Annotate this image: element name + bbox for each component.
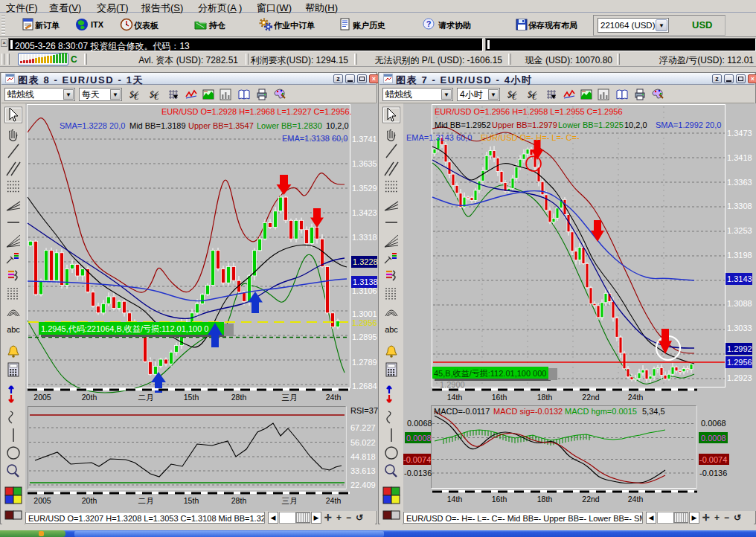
svg-text:22nd: 22nd — [582, 495, 600, 504]
svg-text:15th: 15th — [184, 393, 199, 402]
svg-text:1.3741: 1.3741 — [352, 135, 377, 144]
svg-text:1.2684: 1.2684 — [352, 382, 377, 390]
svg-text:1.3423: 1.3423 — [352, 208, 377, 217]
svg-text:abc: abc — [7, 325, 20, 334]
svg-text:24th: 24th — [326, 496, 342, 505]
svg-text:1.3635: 1.3635 — [352, 159, 377, 168]
svg-text:56.022: 56.022 — [350, 438, 376, 447]
svg-text:-0.0074: -0.0074 — [403, 455, 431, 464]
svg-text:1.3253: 1.3253 — [727, 226, 752, 235]
svg-text:2005: 2005 — [33, 496, 51, 505]
svg-text:18th: 18th — [537, 495, 553, 504]
svg-text:45,B,收益/亏损:112.01,100 000: 45,B,收益/亏损:112.01,100 000 — [434, 369, 546, 378]
svg-text:0.0068: 0.0068 — [407, 419, 432, 428]
svg-text:EMA=1.3138 60,0: EMA=1.3138 60,0 — [282, 134, 347, 143]
svg-text:33.613: 33.613 — [350, 466, 376, 475]
svg-text:二月: 二月 — [138, 496, 154, 505]
svg-text:44.818: 44.818 — [350, 452, 376, 461]
svg-text:14th: 14th — [447, 495, 463, 504]
svg-text:24th: 24th — [326, 393, 342, 402]
svg-text:1.3001: 1.3001 — [352, 309, 377, 318]
svg-text:0.0068: 0.0068 — [701, 419, 726, 428]
svg-text:Mid BB=1.3189: Mid BB=1.3189 — [129, 121, 186, 130]
svg-text:Lower BB=1.2830: Lower BB=1.2830 — [257, 121, 322, 130]
svg-text:18th: 18th — [537, 393, 553, 402]
svg-text:EUR/USD O=- H=- L=- C=-: EUR/USD O=- H=- L=- C=- — [481, 133, 580, 142]
svg-text:1.3143: 1.3143 — [727, 274, 752, 283]
svg-text:16th: 16th — [492, 393, 507, 402]
svg-text:1.3363: 1.3363 — [727, 178, 752, 187]
svg-text:1.2956: 1.2956 — [727, 358, 752, 367]
svg-text:EUR/USD O=1.2928 H=1.2968 L=1.: EUR/USD O=1.2928 H=1.2968 L=1.2927 C=1.2… — [161, 107, 352, 116]
svg-text:Lower BB=1.2925: Lower BB=1.2925 — [558, 120, 624, 129]
svg-text:1.3418: 1.3418 — [727, 153, 752, 162]
svg-text:1.2895: 1.2895 — [352, 332, 377, 341]
svg-text:1.3088: 1.3088 — [727, 299, 752, 308]
svg-text:1.3473: 1.3473 — [727, 129, 752, 138]
svg-text:1.3228: 1.3228 — [353, 257, 378, 266]
svg-text:0.0008: 0.0008 — [701, 434, 726, 443]
svg-text:1.3308: 1.3308 — [727, 202, 752, 210]
svg-text:20th: 20th — [82, 496, 97, 505]
svg-text:MACD hgm=0.0015: MACD hgm=0.0015 — [565, 407, 637, 416]
svg-text:28th: 28th — [231, 496, 247, 505]
svg-text:SMA=1.3228 20,0: SMA=1.3228 20,0 — [60, 121, 125, 130]
svg-text:三月: 三月 — [282, 496, 298, 505]
svg-text:abc: abc — [385, 325, 398, 334]
svg-text:0.0008: 0.0008 — [406, 434, 432, 443]
svg-text:Upper BB=1.3547: Upper BB=1.3547 — [188, 121, 254, 130]
svg-text:1.2956: 1.2956 — [352, 318, 377, 327]
svg-text:-0.0136: -0.0136 — [699, 469, 727, 477]
svg-text:10,2,0: 10,2,0 — [624, 120, 647, 129]
svg-text:1.3138: 1.3138 — [353, 277, 378, 286]
svg-text:1.2992: 1.2992 — [727, 344, 752, 353]
svg-text:?: ? — [426, 19, 432, 28]
svg-text:14th: 14th — [447, 393, 463, 402]
svg-text:1.2900: 1.2900 — [440, 380, 465, 389]
svg-text:SMA=1.2992 20,0: SMA=1.2992 20,0 — [656, 120, 721, 129]
svg-text:10,2,0: 10,2,0 — [326, 121, 349, 130]
svg-text:5,34,5: 5,34,5 — [642, 407, 665, 416]
svg-text:24th: 24th — [628, 495, 644, 504]
svg-text:-0.0074: -0.0074 — [699, 455, 727, 464]
svg-text:1.2789: 1.2789 — [352, 358, 377, 367]
svg-text:22.409: 22.409 — [350, 480, 376, 489]
svg-text:Upper BB=1.2979: Upper BB=1.2979 — [492, 120, 557, 129]
svg-text:MACD=-0.0117: MACD=-0.0117 — [434, 407, 490, 416]
svg-text:MACD sig=-0.0132: MACD sig=-0.0132 — [493, 407, 563, 416]
svg-text:15th: 15th — [184, 496, 199, 505]
svg-text:RSI=37: RSI=37 — [350, 406, 378, 415]
svg-text:三月: 三月 — [282, 393, 298, 402]
svg-text:67.227: 67.227 — [350, 423, 376, 432]
svg-text:1.2923: 1.2923 — [727, 373, 752, 382]
svg-text:1.3529: 1.3529 — [352, 184, 377, 193]
svg-text:EUR/USD O=1.2956 H=1.2958 L=1.: EUR/USD O=1.2956 H=1.2958 L=1.2955 C=1.2… — [435, 107, 623, 116]
svg-text:-0.0136: -0.0136 — [404, 469, 432, 477]
svg-text:1.3318: 1.3318 — [352, 233, 377, 242]
svg-text:1.2945,代码:221064,B,收益/亏损:112.0: 1.2945,代码:221064,B,收益/亏损:112.01,100 0 — [41, 324, 208, 333]
svg-text:16th: 16th — [492, 495, 507, 504]
svg-text:24th: 24th — [628, 393, 644, 402]
svg-text:EMA=1.3143 60,0: EMA=1.3143 60,0 — [406, 133, 472, 142]
svg-text:1.3033: 1.3033 — [727, 324, 752, 332]
svg-text:1.3198: 1.3198 — [727, 251, 752, 260]
svg-text:28th: 28th — [231, 393, 247, 402]
svg-text:Mid BB=1.2952: Mid BB=1.2952 — [435, 120, 491, 129]
svg-text:22nd: 22nd — [582, 393, 600, 402]
svg-text:2005: 2005 — [33, 393, 51, 402]
svg-text:20th: 20th — [82, 393, 97, 402]
svg-text:二月: 二月 — [138, 393, 154, 402]
